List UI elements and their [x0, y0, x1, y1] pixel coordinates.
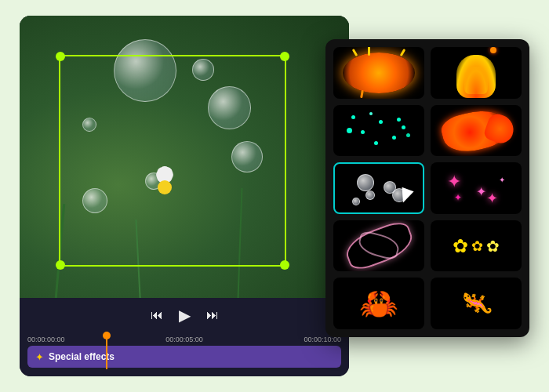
- video-preview: [20, 16, 349, 298]
- crab-icon: 🦀: [359, 285, 398, 322]
- effect-canvas-yellow-flowers: ✿ ✿ ✿: [431, 220, 522, 272]
- yellow-flowers-display: ✿ ✿ ✿: [453, 235, 500, 257]
- effect-red-explosion[interactable]: [431, 105, 522, 157]
- teal-dot-8: [347, 128, 352, 133]
- track-label: Special effects: [49, 351, 115, 362]
- timeline-area: 00:00:00:00 00:00:05:00 00:00:10:00 ✦ Sp…: [20, 332, 349, 376]
- handle-bottom-right[interactable]: [280, 260, 289, 270]
- effect-crab[interactable]: 🦀: [333, 278, 424, 329]
- rewind-button[interactable]: ⏮: [151, 308, 163, 322]
- teal-dot-3: [361, 130, 365, 134]
- effect-canvas-red: [431, 105, 522, 157]
- star-icon: ✦: [35, 351, 44, 363]
- selection-box[interactable]: [59, 55, 286, 267]
- teal-dot-9: [406, 133, 410, 137]
- effect-white-swirl[interactable]: [333, 220, 424, 272]
- playhead[interactable]: [106, 332, 107, 369]
- video-background: [20, 16, 349, 298]
- effects-panel: ✦ ✦ ✦ ✦ ✦ ✿ ✿: [325, 39, 529, 337]
- handle-top-left[interactable]: [56, 52, 65, 61]
- timeline-ruler: 00:00:00:00 00:00:05:00 00:00:10:00: [27, 336, 341, 343]
- effect-pink-gecko[interactable]: 🦎: [431, 278, 522, 329]
- effect-canvas-swirl: [333, 220, 424, 272]
- main-container: ⏮ ▶ ⏭ 00:00:00:00 00:00:05:00 00:00:10:0…: [20, 16, 529, 376]
- play-button[interactable]: ▶: [179, 306, 191, 325]
- teal-dot-1: [351, 115, 355, 119]
- teal-dot-6: [374, 141, 378, 145]
- handle-bottom-left[interactable]: [56, 260, 65, 270]
- effect-canvas-crab: 🦀: [333, 278, 424, 329]
- effect-bubbles[interactable]: [333, 162, 424, 214]
- gecko-icon: 🦎: [456, 284, 496, 322]
- flower-icon-2: ✿: [471, 238, 483, 255]
- effect-canvas-gold: [333, 47, 424, 99]
- forward-button[interactable]: ⏭: [206, 308, 219, 322]
- playback-controls: ⏮ ▶ ⏭: [20, 298, 349, 332]
- time-start: 00:00:00:00: [27, 336, 65, 343]
- effect-canvas-bubbles: [335, 164, 423, 212]
- teal-dot-5: [402, 125, 405, 129]
- teal-dot-10: [369, 112, 373, 115]
- effect-gold-splash[interactable]: [333, 47, 424, 99]
- effect-fire[interactable]: [431, 47, 522, 99]
- timeline-track[interactable]: ✦ Special effects: [27, 346, 341, 368]
- effect-canvas-fire: [431, 47, 522, 99]
- mini-bubble-3: [365, 191, 375, 200]
- mini-bubble-1: [357, 174, 374, 191]
- time-mid: 00:00:05:00: [165, 336, 203, 343]
- flower-icon-1: ✿: [453, 235, 468, 257]
- effect-canvas-pink-sparkle: ✦ ✦ ✦ ✦ ✦: [431, 162, 522, 214]
- video-editor: ⏮ ▶ ⏭ 00:00:00:00 00:00:05:00 00:00:10:0…: [20, 16, 349, 376]
- effect-pink-sparkle[interactable]: ✦ ✦ ✦ ✦ ✦: [431, 162, 522, 214]
- effect-teal-particles[interactable]: [333, 105, 424, 157]
- flower-icon-3: ✿: [486, 237, 500, 256]
- effect-yellow-flowers[interactable]: ✿ ✿ ✿: [431, 220, 522, 272]
- timeline-track-bar: ✦ Special effects: [27, 346, 341, 368]
- teal-dot-7: [397, 118, 401, 122]
- teal-dot-2: [379, 120, 383, 124]
- effect-canvas-gecko: 🦎: [431, 278, 522, 329]
- mini-bubble-5: [352, 198, 360, 205]
- handle-top-right[interactable]: [280, 52, 289, 61]
- effect-canvas-teal: [333, 105, 424, 157]
- teal-dot-4: [392, 136, 396, 140]
